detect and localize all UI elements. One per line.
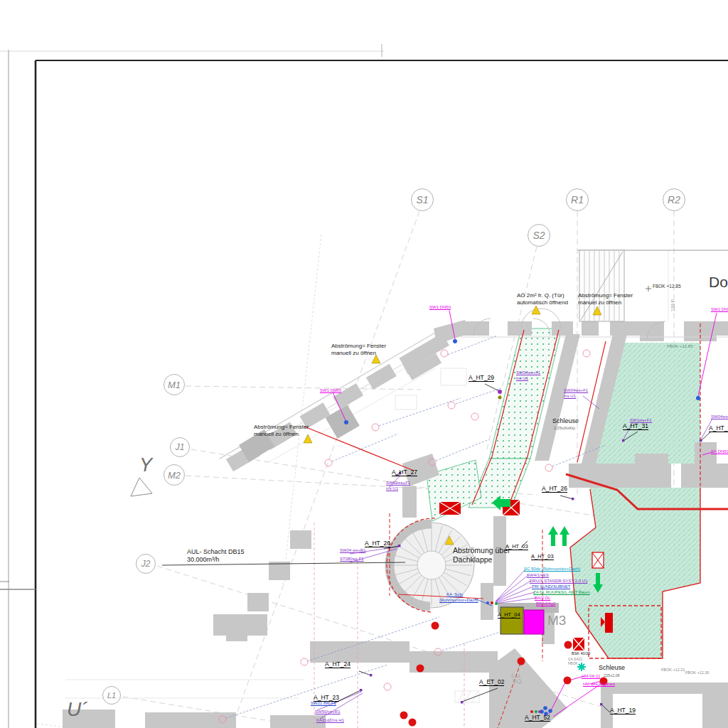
micro-label: KA21dZ/ns H1 [316, 718, 344, 722]
text-225x2-08: 225x2,08 [604, 674, 620, 678]
grid-bubble-S2: S2 [528, 224, 550, 247]
micro-label: SW1 DN50 [711, 307, 728, 311]
equipment-label: A_HT_03 [531, 554, 554, 560]
grid-bubble-S1: S1 [411, 188, 434, 211]
micro-label: SW50/ns+R1 [315, 710, 341, 714]
grid-bubble-M2: M2 [164, 464, 185, 486]
equipment-label: A_HT_27 [392, 469, 417, 476]
hall-lower [570, 488, 700, 658]
equipment-label: A_HT_29 [469, 375, 494, 382]
micro-label: SK DN50 [711, 449, 728, 454]
text-u-: U´ [67, 700, 88, 719]
micro-label: (Rohrmonitor+Dach) [439, 598, 478, 602]
micro-label: ZA DL RUUPES/L-NET Raum [533, 590, 590, 594]
equipment-label: A_HT_26 [542, 486, 567, 493]
text-fbok-12-21: FBOK +12.21 [661, 668, 685, 673]
micro-label: SC 50dx (Rohrmonitor+Dach) [524, 567, 580, 571]
micro-label: KA -Solo [446, 592, 463, 596]
equipment-label: A_HT_24 [325, 661, 350, 668]
grid-bubble-J2: J2 [136, 554, 156, 574]
floor-plan-canvas: Dom S1S2R1R2M1J1M2J2L1 AÖ 2m² fr. Q. (Tü… [0, 0, 728, 728]
equipment-label: A_HT_3 [709, 425, 728, 432]
grid-bubble-R1: R1 [566, 188, 589, 211]
note-annotation: Abströmung= Fenstermanuell zu öffnen [331, 343, 386, 356]
exterior-stair [579, 250, 624, 321]
note-annotation: Abströmung= Fenstermanuel zu öffnen [578, 292, 633, 306]
micro-label: SW04 ws+R1 [340, 548, 366, 552]
micro-label: HM-06-11 [582, 674, 600, 678]
micro-label: SW21 8W-F1 [311, 701, 336, 705]
equipment-label: A_ET_02 [479, 679, 504, 686]
micro-label: ST080ws F1 [340, 557, 364, 561]
micro-label: BRA4/4g2 [536, 601, 555, 606]
grid-bubble-J1: J1 [170, 437, 190, 457]
text-bsk-40-20: BSK 40/20 [572, 652, 590, 656]
text-fbok: FBOK [568, 662, 578, 665]
equipment-label: A_HT_26 [365, 540, 390, 547]
micro-label: TRI SUND/SUBNET [532, 584, 570, 589]
text-2-25x-axks-: 2,25x(AxKs) [554, 427, 575, 431]
equipment-label: A_HT_52 [525, 714, 550, 722]
plan-drawing [0, 0, 728, 728]
text-fbok-12-85: FBOK +12.85 [653, 284, 681, 289]
equipment-label: A_HT_19 [610, 707, 636, 714]
micro-label: SW04ws+F1 [564, 388, 588, 392]
micro-label: SW04ws+F1 [516, 370, 540, 375]
micro-label: SW04ws+F1 [711, 414, 728, 419]
micro-label: BA/2 DL [535, 596, 550, 600]
equipment-label: A_HT_03 [505, 544, 528, 550]
text-139-p: 139 P [671, 299, 676, 311]
grid-bubble-M1: M1 [164, 374, 185, 395]
text-schleuse: Schleuse [599, 665, 625, 671]
text-schleuse: Schleuse [552, 418, 579, 424]
micro-label: SW02ws+F1 [386, 481, 410, 485]
note-annotation: AUL- Schacht DB1530.000m³/h [187, 548, 245, 564]
text-y: Y [139, 456, 152, 475]
micro-label: ins U1 [516, 376, 528, 380]
grid-bubble-R2: R2 [663, 188, 685, 211]
text-fbok-12-30: FBOK +12.30 [685, 671, 709, 675]
note-annotation: Abströmung= Fenstermanuell zu öffnen [254, 424, 309, 437]
vent-star-icon [577, 663, 586, 671]
micro-label: SW1 DN50 [429, 305, 451, 309]
micro-label: SW4/1/4ES [527, 573, 549, 577]
micro-label: SW1 DN50 [320, 388, 341, 392]
micro-label: DRU/X STANDR-SYST 2.0 U1 [530, 579, 587, 583]
micro-label: HM des Taganes [583, 682, 615, 686]
equipment-label: A_HT_04 [498, 612, 520, 619]
text-m3: M3 [547, 614, 566, 627]
note-annotation: AÖ 2m² fr. Q. (Tür)automatisch öffnend [517, 292, 568, 306]
micro-label: SW1ws+F1 [630, 418, 652, 422]
grid-bubble-L1: L1 [102, 686, 121, 705]
text-fbok-12-85: FBOK +12.85 [667, 344, 693, 348]
y-axis-arrow [131, 478, 152, 496]
equipment-box-magenta [524, 610, 544, 634]
micro-label: ins U1 [386, 486, 398, 491]
note-annotation: Abströmung überDachklappe [453, 546, 510, 564]
equipment-label: A_HT_31 [623, 423, 648, 430]
micro-label: ins U1 [564, 394, 576, 398]
area-title-dom: Dom [709, 274, 728, 289]
